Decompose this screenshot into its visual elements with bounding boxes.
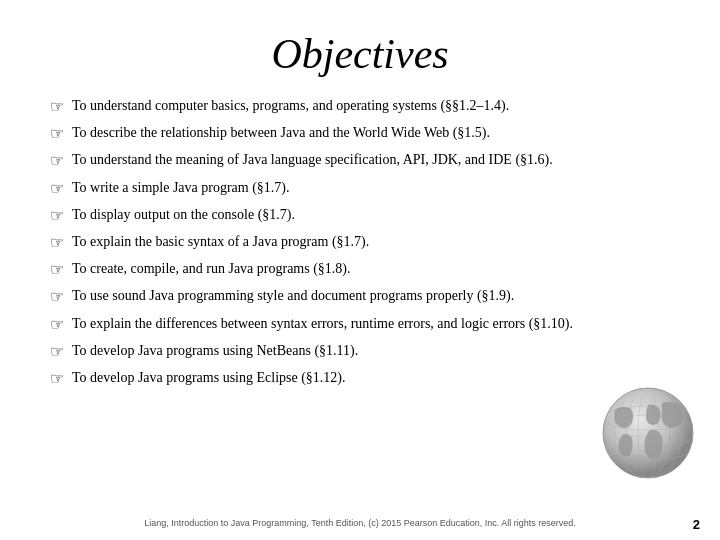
objectives-list: ☞To understand computer basics, programs… [50,96,680,390]
list-item: ☞To explain the basic syntax of a Java p… [50,232,680,254]
slide-title: Objectives [40,30,680,78]
list-item: ☞To describe the relationship between Ja… [50,123,680,145]
list-item-text: To use sound Java programming style and … [72,286,680,306]
list-item-text: To describe the relationship between Jav… [72,123,680,143]
bullet-icon: ☞ [50,122,72,145]
list-item-text: To display output on the console (§1.7). [72,205,680,225]
list-item: ☞To develop Java programs using NetBeans… [50,341,680,363]
bullet-icon: ☞ [50,340,72,363]
bullet-icon: ☞ [50,149,72,172]
bullet-icon: ☞ [50,285,72,308]
list-item: ☞To create, compile, and run Java progra… [50,259,680,281]
list-item-text: To develop Java programs using Eclipse (… [72,368,680,388]
footer-page: 2 [693,517,700,532]
bullet-icon: ☞ [50,313,72,336]
bullet-icon: ☞ [50,231,72,254]
list-item: ☞To use sound Java programming style and… [50,286,680,308]
list-item-text: To write a simple Java program (§1.7). [72,178,680,198]
bullet-icon: ☞ [50,258,72,281]
list-item: ☞To write a simple Java program (§1.7). [50,178,680,200]
bullet-icon: ☞ [50,177,72,200]
list-item: ☞To understand the meaning of Java langu… [50,150,680,172]
list-item: ☞To explain the differences between synt… [50,314,680,336]
list-item: ☞To display output on the console (§1.7)… [50,205,680,227]
list-item-text: To create, compile, and run Java program… [72,259,680,279]
bullet-icon: ☞ [50,204,72,227]
slide: Objectives ☞To understand computer basic… [0,0,720,540]
globe-illustration [590,375,700,485]
list-item-text: To explain the basic syntax of a Java pr… [72,232,680,252]
bullet-icon: ☞ [50,367,72,390]
list-item-text: To develop Java programs using NetBeans … [72,341,680,361]
footer-text: Liang, Introduction to Java Programming,… [0,518,720,528]
list-item-text: To explain the differences between synta… [72,314,680,334]
list-item: ☞To develop Java programs using Eclipse … [50,368,680,390]
list-item-text: To understand computer basics, programs,… [72,96,680,116]
bullet-icon: ☞ [50,95,72,118]
list-item-text: To understand the meaning of Java langua… [72,150,680,170]
list-item: ☞To understand computer basics, programs… [50,96,680,118]
